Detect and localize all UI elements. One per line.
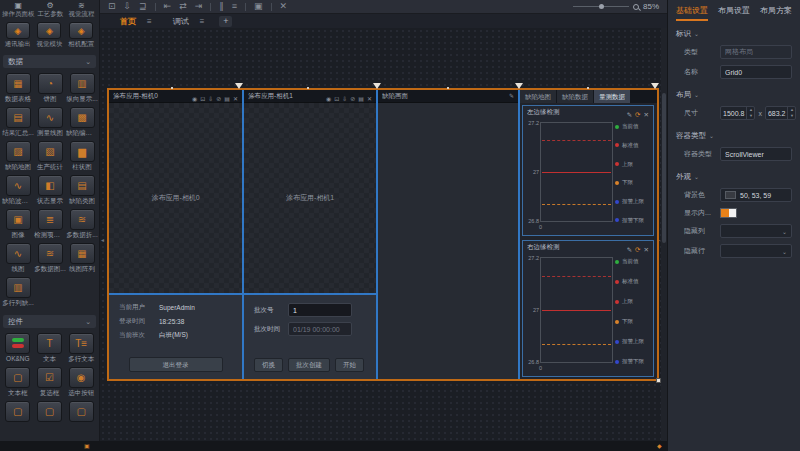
camera-icon[interactable]: ◉	[326, 96, 331, 102]
background-color-input[interactable]: 50, 53, 59	[720, 188, 792, 202]
widget-data-table-icon[interactable]: ▦数据表格	[2, 73, 34, 104]
delete-icon[interactable]: ✕	[233, 96, 238, 102]
charts-panel[interactable]: 缺陷地图缺陷数据量测数据 左边缘检测 ✎⟳✕ 27.2 27 26.8 0 当前…	[520, 90, 657, 379]
frame-icon[interactable]: ⊡	[334, 96, 339, 102]
height-value[interactable]: 683.2	[766, 110, 788, 117]
align-left-icon[interactable]: ⇤	[164, 0, 172, 13]
inspector-tab-基础设置[interactable]: 基础设置	[676, 5, 708, 21]
widget-vertical-display-icon[interactable]: ▥纵向显示...	[66, 73, 98, 104]
camera1-panel[interactable]: 涂布应用-相机1 ◉⊡⇩⊘▤✕ 涂布应用-相机1 批次号 批次时间 切换 批次创…	[244, 90, 376, 379]
stepper-arrows[interactable]: ▲▼	[746, 107, 754, 119]
defect-panel[interactable]: 缺陷画面 ✎	[378, 90, 518, 379]
widget-multi-row-defect-icon[interactable]: ▥多行列缺...	[2, 277, 34, 308]
add-tab-button[interactable]: +	[219, 16, 232, 27]
widget-checkbox-icon[interactable]: ☑复选框	[34, 367, 66, 398]
widget-multiline-text-icon[interactable]: T≡多行文本	[65, 333, 97, 364]
widget-textbox-icon[interactable]: ▢文本框	[2, 367, 34, 398]
status-indicator-icon[interactable]: ▣	[84, 443, 90, 449]
column-handle[interactable]	[651, 83, 659, 89]
section-appearance[interactable]: 外观⌄	[668, 164, 800, 185]
widget-defect-map-icon[interactable]: ▨缺陷地图	[2, 141, 34, 172]
edit-icon[interactable]: ✎	[509, 90, 514, 102]
start-button[interactable]: 开始	[335, 358, 364, 372]
hamburger-icon[interactable]: ≡	[147, 17, 152, 26]
widget-text-icon[interactable]: T文本	[34, 333, 66, 364]
batch-no-input[interactable]	[288, 303, 352, 317]
delete-icon[interactable]: ✕	[280, 0, 288, 13]
widget-status-display-icon[interactable]: ◧状态显示	[34, 175, 66, 206]
quick-button-operator-panel-icon[interactable]: ▣操作员面板	[2, 1, 35, 19]
switch-button[interactable]: 切换	[254, 358, 283, 372]
lock-icon[interactable]: ⊘	[350, 96, 355, 102]
stepper-arrows[interactable]: ▲▼	[787, 107, 795, 119]
design-canvas[interactable]: ◂ ▸ 涂布应用-相机0 ◉⊡⇩⊘▤✕ 涂布应用-相机0 当前用户 SuperA…	[100, 28, 661, 441]
color-swatch[interactable]	[725, 191, 736, 199]
refresh-icon[interactable]: ⟳	[635, 246, 640, 253]
export-icon[interactable]: ⇩	[342, 96, 347, 102]
widget-line-chart-icon[interactable]: ∿线图	[2, 243, 34, 274]
logout-button[interactable]: 退出登录	[129, 357, 223, 372]
section-layout[interactable]: 布局⌄	[668, 82, 800, 103]
batch-create-button[interactable]: 批次创建	[288, 358, 330, 372]
align-right-icon[interactable]: ⇥	[195, 0, 203, 13]
align-bottom-icon[interactable]: ⊒	[139, 0, 147, 13]
group-header-数据[interactable]: 数据⌄	[3, 55, 96, 68]
camera-icon[interactable]: ◉	[192, 96, 197, 102]
lock-icon[interactable]: ⊘	[216, 96, 221, 102]
column-handle[interactable]	[235, 83, 243, 89]
column-handle[interactable]	[515, 83, 523, 89]
collapse-left-icon[interactable]: ◂	[101, 236, 104, 243]
data-tab-缺陷数据[interactable]: 缺陷数据	[557, 90, 593, 103]
delete-icon[interactable]: ✕	[367, 96, 372, 102]
widget-bar-chart-icon[interactable]: ▆柱状图	[66, 141, 98, 172]
refresh-icon[interactable]: ⟳	[635, 111, 640, 118]
section-identity[interactable]: 标识⌄	[668, 21, 800, 42]
name-input[interactable]	[720, 65, 792, 79]
height-stepper[interactable]: 683.2 ▲▼	[765, 106, 797, 120]
display-color-swatch[interactable]	[720, 208, 737, 218]
widget-multi-data-line-icon[interactable]: ≋多数据折...	[66, 209, 98, 240]
selected-container[interactable]: 涂布应用-相机0 ◉⊡⇩⊘▤✕ 涂布应用-相机0 当前用户 SuperAdmin…	[107, 88, 659, 381]
widget-control-icon[interactable]: ▢	[2, 401, 34, 423]
width-value[interactable]: 1500.8	[721, 110, 746, 117]
scrollbar-thumb[interactable]	[662, 93, 666, 243]
edit-icon[interactable]: ✎	[627, 246, 632, 253]
hidden-rows-dropdown[interactable]: ⌄	[720, 244, 792, 258]
widget-line-array-icon[interactable]: ▦线图阵列	[66, 243, 98, 274]
zoom-slider[interactable]	[573, 6, 629, 7]
bounds-icon[interactable]: ⊡	[108, 0, 116, 13]
quick-button-process-params-icon[interactable]: ⚙工艺参数	[35, 1, 66, 19]
zoom-slider-thumb[interactable]	[599, 4, 604, 9]
widget-image-icon[interactable]: ▣图像	[2, 209, 34, 240]
chart-left-edge[interactable]: 左边缘检测 ✎⟳✕ 27.2 27 26.8 0 当前值标准值上限下限报警上限报…	[522, 105, 654, 236]
widget-control-icon[interactable]: ▢	[34, 401, 66, 423]
widget-radio-button-icon[interactable]: ◉选中按钮	[65, 367, 97, 398]
defect-image-area[interactable]	[378, 103, 518, 379]
module-button-camera-config-icon[interactable]: ◈相机配置	[65, 22, 97, 49]
distribute-v-icon[interactable]: ≡	[232, 0, 237, 13]
module-button-comm-output-icon[interactable]: ◈通讯输出	[2, 22, 34, 49]
delete-icon[interactable]: ✕	[644, 246, 649, 253]
widget-defect-wave-icon[interactable]: ∿缺陷波形图	[2, 175, 34, 206]
chart-right-edge[interactable]: 右边缘检测 ✎⟳✕ 27.2 27 26.8 0 当前值标准值上限下限报警上限报…	[522, 240, 654, 377]
widget-defect-class-icon[interactable]: ▤缺陷类图	[66, 175, 98, 206]
status-indicator-icon[interactable]: ◆	[657, 443, 662, 449]
page-tab-调试[interactable]: 调试≡	[167, 14, 211, 28]
widget-inspect-list-icon[interactable]: ≣检测项目表	[34, 209, 66, 240]
group-header-控件[interactable]: 控件⌄	[3, 315, 96, 328]
widget-pie-chart-icon[interactable]: ◔饼图	[34, 73, 66, 104]
inspector-tab-布局方案[interactable]: 布局方案	[760, 5, 792, 21]
hamburger-icon[interactable]: ≡	[200, 17, 205, 26]
export-icon[interactable]: ⇩	[208, 96, 213, 102]
batch-time-input[interactable]	[288, 322, 352, 336]
align-center-icon[interactable]: ⇄	[179, 0, 187, 13]
layout-icon[interactable]: ▤	[224, 96, 230, 102]
container-type-input[interactable]	[720, 147, 792, 161]
widget-result-summary-icon[interactable]: ▤结果汇总...	[2, 107, 34, 138]
page-tab-首页[interactable]: 首页≡	[114, 14, 158, 28]
widget-multi-data-chart-icon[interactable]: ≋多数据图...	[34, 243, 66, 274]
save-icon[interactable]: ▣	[254, 0, 263, 13]
column-handle[interactable]	[373, 83, 381, 89]
widget-production-stats-icon[interactable]: ▧生产统计	[34, 141, 66, 172]
module-button-vision-module-icon[interactable]: ◈视觉模块	[34, 22, 66, 49]
